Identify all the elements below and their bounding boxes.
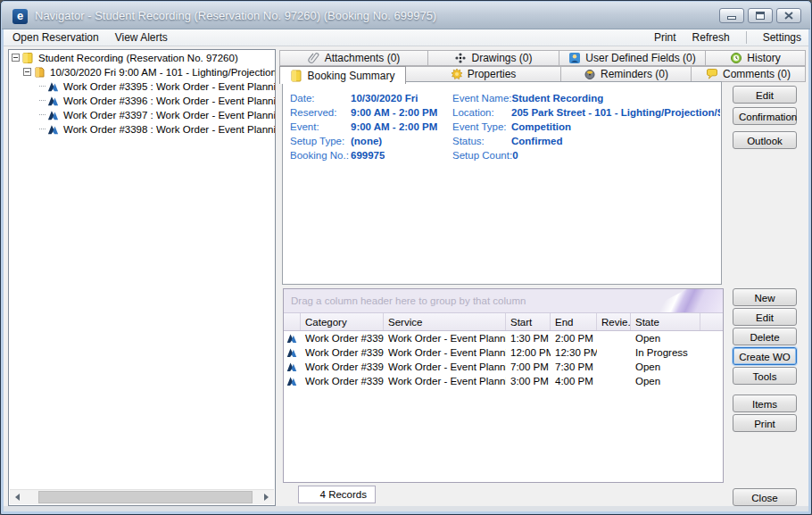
- items-button[interactable]: Items: [733, 395, 797, 412]
- cell-category: Work Order #3397: [301, 361, 384, 372]
- group-by-hint: Drag a column header here to group by th…: [291, 295, 526, 306]
- booking-folder-icon: [34, 67, 46, 78]
- booking-folder-icon: [290, 70, 302, 82]
- tree-item-label: Work Order #3398 : Work Order - Event Pl…: [63, 124, 276, 135]
- user-icon: [568, 52, 581, 64]
- tree-item-work-order[interactable]: Work Order #3397 : Work Order - Event Pl…: [9, 108, 275, 121]
- field-value: 10/30/2020 Fri: [351, 93, 418, 104]
- reminder-icon: [584, 68, 596, 80]
- summary-left-fields: Date:10/30/2020 Fri Reserved:9:00 AM - 2…: [290, 91, 446, 162]
- column-header-category[interactable]: Category: [301, 313, 384, 330]
- tab-label: Booking Summary: [307, 70, 394, 82]
- field-label: Booking No.:: [290, 150, 351, 161]
- tab-user-defined-fields[interactable]: User Defined Fields (0): [559, 50, 706, 66]
- scroll-right-button[interactable]: [259, 490, 274, 504]
- column-header-end[interactable]: End: [551, 313, 597, 330]
- field-value: 699975: [351, 150, 385, 161]
- tab-history[interactable]: History: [705, 50, 806, 66]
- tree-item-work-order[interactable]: Work Order #3398 : Work Order - Event Pl…: [9, 122, 275, 136]
- tab-drawings[interactable]: Drawings (0): [427, 50, 559, 66]
- column-header-start[interactable]: Start: [506, 313, 551, 330]
- scrollbar-thumb[interactable]: [38, 491, 253, 503]
- field-setup-type: Setup Type:(none): [290, 134, 446, 148]
- menu-refresh[interactable]: Refresh: [692, 31, 730, 44]
- collapse-icon[interactable]: [23, 68, 31, 76]
- minimize-icon: [727, 16, 736, 20]
- table-row[interactable]: Work Order #3397 Work Order - Event Plan…: [284, 360, 723, 374]
- field-value: 9:00 AM - 2:00 PM: [351, 121, 437, 132]
- paperclip-icon: [308, 52, 320, 64]
- cell-end: 4:00 PM: [551, 376, 597, 386]
- edit-booking-button[interactable]: Edit: [733, 86, 797, 104]
- close-button[interactable]: Close: [733, 488, 797, 506]
- field-status: Status:Confirmed: [452, 134, 720, 148]
- tree-item-work-order[interactable]: Work Order #3396 : Work Order - Event Pl…: [9, 94, 275, 107]
- field-value: Competition: [511, 121, 571, 132]
- field-value: Student Recording: [511, 93, 603, 104]
- tree-horizontal-scrollbar[interactable]: [10, 489, 274, 504]
- column-header-service[interactable]: Service: [384, 313, 506, 330]
- menu-open-reservation[interactable]: Open Reservation: [12, 31, 99, 44]
- new-button[interactable]: New: [733, 288, 797, 306]
- cell-state: Open: [631, 361, 700, 372]
- collapse-icon[interactable]: [12, 54, 20, 62]
- work-order-icon: [286, 347, 297, 358]
- field-value: 0: [512, 150, 518, 161]
- print-button[interactable]: Print: [733, 414, 797, 432]
- navigator-window: e Navigator - Student Recording (Reserva…: [0, 0, 812, 515]
- tab-comments[interactable]: Comments (0): [691, 66, 806, 82]
- table-row[interactable]: Work Order #3395 Work Order - Event Plan…: [284, 331, 723, 345]
- table-row[interactable]: Work Order #3396 Work Order - Event Plan…: [284, 345, 723, 360]
- field-booking-no: Booking No.:699975: [290, 148, 446, 162]
- cell-start: 3:00 PM: [506, 376, 551, 386]
- tree-item-reservation[interactable]: Student Recording (Reservation No. 97260…: [9, 51, 275, 64]
- cell-category: Work Order #3398: [301, 376, 384, 386]
- window-title: Navigator - Student Recording (Reservati…: [35, 2, 436, 29]
- tab-properties[interactable]: Properties: [405, 66, 561, 82]
- history-clock-icon: [730, 52, 742, 64]
- work-order-icon: [286, 376, 297, 386]
- edit-button[interactable]: Edit: [733, 308, 797, 326]
- delete-button[interactable]: Delete: [733, 328, 797, 345]
- field-label: Status:: [452, 136, 511, 146]
- create-wo-button[interactable]: Create WO: [733, 347, 797, 365]
- field-value: 9:00 AM - 2:00 PM: [351, 107, 437, 118]
- status-strip: [4, 506, 808, 511]
- cell-start: 1:30 PM: [506, 333, 551, 344]
- work-order-icon: [47, 124, 60, 135]
- group-by-bar[interactable]: Drag a column header here to group by th…: [284, 289, 723, 313]
- title-bar[interactable]: e Navigator - Student Recording (Reserva…: [2, 2, 810, 29]
- menu-settings[interactable]: Settings: [763, 31, 801, 44]
- scroll-left-button[interactable]: [10, 490, 25, 504]
- tab-booking-summary[interactable]: Booking Summary: [279, 66, 406, 84]
- menu-bar: Open Reservation View Alerts Print Refre…: [4, 29, 808, 46]
- tree-item-booking[interactable]: 10/30/2020 Fri 9:00 AM - 101 - Lighting/…: [9, 65, 275, 79]
- tab-attachments[interactable]: Attachments (0): [279, 50, 428, 66]
- booking-summary-panel: Date:10/30/2020 Fri Reserved:9:00 AM - 2…: [282, 81, 722, 285]
- field-label: Date:: [290, 93, 351, 104]
- tools-button[interactable]: Tools: [733, 367, 797, 385]
- tab-reminders[interactable]: Reminders (0): [560, 66, 692, 82]
- close-icon: [784, 12, 793, 20]
- maximize-button[interactable]: [748, 8, 773, 23]
- cell-end: 7:30 PM: [551, 361, 597, 372]
- cell-start: 7:00 PM: [506, 361, 551, 372]
- tab-label: Attachments (0): [325, 52, 401, 64]
- table-row[interactable]: Work Order #3398 Work Order - Event Plan…: [284, 374, 723, 388]
- minimize-button[interactable]: [719, 8, 744, 23]
- outlook-button[interactable]: Outlook: [733, 131, 797, 149]
- field-value: 205 Park Street - 101 - Lighting/Project…: [511, 107, 720, 118]
- cell-state: In Progress: [631, 347, 700, 358]
- menu-left-group: Open Reservation View Alerts: [4, 31, 168, 44]
- tab-label: Properties: [468, 68, 517, 80]
- close-window-button[interactable]: [776, 8, 801, 23]
- tree-connector: [39, 129, 46, 129]
- column-header-reviewed[interactable]: Revie...: [597, 313, 631, 330]
- menu-view-alerts[interactable]: View Alerts: [115, 31, 168, 44]
- work-order-icon: [47, 96, 60, 106]
- column-header-state[interactable]: State: [631, 313, 700, 330]
- drawings-icon: [454, 52, 467, 64]
- menu-print[interactable]: Print: [654, 31, 676, 44]
- tree-item-work-order[interactable]: Work Order #3395 : Work Order - Event Pl…: [9, 79, 275, 93]
- confirmation-button[interactable]: Confirmation: [733, 107, 797, 125]
